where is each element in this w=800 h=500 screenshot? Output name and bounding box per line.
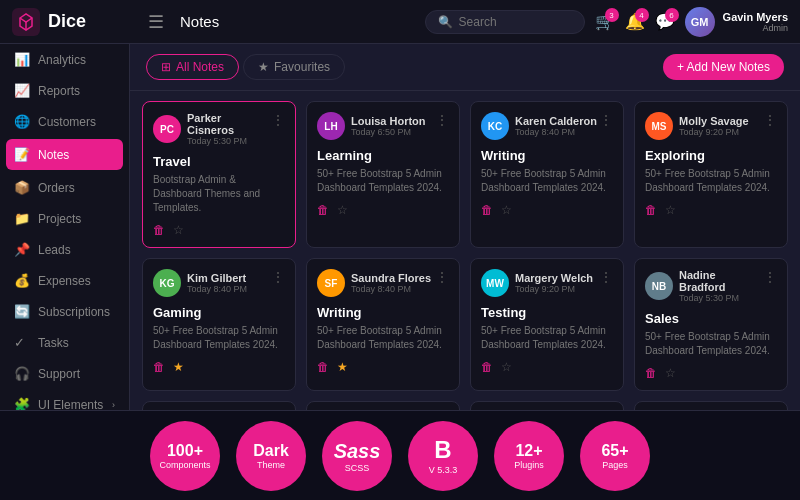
sidebar-item-expenses[interactable]: 💰 Expenses <box>0 265 129 296</box>
delete-button[interactable]: 🗑 <box>481 360 493 374</box>
card-user-name: Molly Savage <box>679 115 749 127</box>
banner-sass-label: Sass <box>334 439 381 463</box>
cart-button[interactable]: 🛒 3 <box>595 12 615 31</box>
note-card[interactable]: SF Saundra Flores Today 8:40 PM ⋮ Writin… <box>306 258 460 391</box>
add-new-note-button[interactable]: + Add New Notes <box>663 54 784 80</box>
analytics-icon: 📊 <box>14 52 30 67</box>
star-button[interactable]: ☆ <box>501 360 512 374</box>
chevron-right-icon: › <box>112 400 115 410</box>
card-actions: 🗑 ☆ <box>153 223 285 237</box>
delete-button[interactable]: 🗑 <box>153 223 165 237</box>
delete-button[interactable]: 🗑 <box>317 360 329 374</box>
card-user-info: Saundra Flores Today 8:40 PM <box>351 272 431 294</box>
logo-icon <box>12 8 40 36</box>
star-button[interactable]: ☆ <box>337 203 348 217</box>
delete-button[interactable]: 🗑 <box>317 203 329 217</box>
inbox-button[interactable]: 💬 6 <box>655 12 675 31</box>
card-title: Sales <box>645 311 777 326</box>
card-menu-button[interactable]: ⋮ <box>599 269 613 285</box>
avatar: LH <box>317 112 345 140</box>
notes-icon: 📝 <box>14 147 30 162</box>
sidebar-item-subscriptions[interactable]: 🔄 Subscriptions <box>0 296 129 327</box>
card-user-info: Molly Savage Today 9:20 PM <box>679 115 749 137</box>
avatar: MS <box>645 112 673 140</box>
sidebar-item-support[interactable]: 🎧 Support <box>0 358 129 389</box>
star-button[interactable]: ★ <box>173 360 184 374</box>
card-actions: 🗑 ★ <box>317 360 449 374</box>
card-menu-button[interactable]: ⋮ <box>763 112 777 128</box>
card-desc: 50+ Free Bootstrap 5 Admin Dashboard Tem… <box>481 167 613 195</box>
bottom-banner: 100+ComponentsDarkThemeSassSCSSBV 5.3.31… <box>0 410 800 500</box>
banner-sass-sub: SCSS <box>345 463 370 473</box>
banner-circle-small: Plugins <box>514 460 544 470</box>
delete-button[interactable]: 🗑 <box>481 203 493 217</box>
leads-icon: 📌 <box>14 242 30 257</box>
star-button[interactable]: ☆ <box>665 203 676 217</box>
star-button[interactable]: ☆ <box>665 366 676 380</box>
sidebar-item-orders[interactable]: 📦 Orders <box>0 172 129 203</box>
note-card[interactable]: PC Parker Cisneros Today 5:30 PM ⋮ Trave… <box>142 101 296 248</box>
search-input[interactable] <box>459 15 569 29</box>
sidebar-item-ui-elements[interactable]: 🧩 UI Elements › <box>0 389 129 410</box>
bell-button[interactable]: 🔔 4 <box>625 12 645 31</box>
star-button[interactable]: ☆ <box>173 223 184 237</box>
card-desc: 50+ Free Bootstrap 5 Admin Dashboard Tem… <box>153 324 285 352</box>
projects-icon: 📁 <box>14 211 30 226</box>
note-card[interactable]: KG Kim Gilbert Today 8:40 PM ⋮ Gaming 50… <box>142 258 296 391</box>
support-icon: 🎧 <box>14 366 30 381</box>
main-layout: 📊 Analytics 📈 Reports 🌐 Customers 📝 Note… <box>0 44 800 410</box>
sidebar-item-customers[interactable]: 🌐 Customers <box>0 106 129 137</box>
tab-all-notes[interactable]: ⊞ All Notes <box>146 54 239 80</box>
tab-favourites[interactable]: ★ Favourites <box>243 54 345 80</box>
delete-button[interactable]: 🗑 <box>645 203 657 217</box>
sidebar-item-notes[interactable]: 📝 Notes <box>6 139 123 170</box>
note-card[interactable]: KC Karen Calderon Today 8:40 PM ⋮ Writin… <box>470 101 624 248</box>
card-menu-button[interactable]: ⋮ <box>435 112 449 128</box>
delete-button[interactable]: 🗑 <box>153 360 165 374</box>
card-desc: 50+ Free Bootstrap 5 Admin Dashboard Tem… <box>645 330 777 358</box>
card-menu-button[interactable]: ⋮ <box>271 112 285 128</box>
card-menu-button[interactable]: ⋮ <box>599 112 613 128</box>
card-user: NB Nadine Bradford Today 5:30 PM <box>645 269 763 303</box>
app-name: Dice <box>48 11 86 32</box>
user-role: Admin <box>723 23 788 33</box>
tasks-icon: ✓ <box>14 335 30 350</box>
card-menu-button[interactable]: ⋮ <box>763 269 777 285</box>
card-title: Learning <box>317 148 449 163</box>
customers-icon: 🌐 <box>14 114 30 129</box>
banner-circle: SassSCSS <box>322 421 392 491</box>
card-header: LH Louisa Horton Today 6:50 PM ⋮ <box>317 112 449 140</box>
star-button[interactable]: ☆ <box>501 203 512 217</box>
card-time: Today 8:40 PM <box>351 284 431 294</box>
card-header: PC Parker Cisneros Today 5:30 PM ⋮ <box>153 112 285 146</box>
sidebar-item-tasks[interactable]: ✓ Tasks <box>0 327 129 358</box>
card-user-info: Margery Welch Today 9:20 PM <box>515 272 593 294</box>
card-user-name: Parker Cisneros <box>187 112 271 136</box>
card-title: Exploring <box>645 148 777 163</box>
note-card[interactable]: BG Beatriz Garrison Today 2:58 PM ⋮ Desi… <box>634 401 788 410</box>
card-menu-button[interactable]: ⋮ <box>271 269 285 285</box>
card-menu-button[interactable]: ⋮ <box>435 269 449 285</box>
banner-bootstrap-label: B <box>434 436 451 465</box>
note-card[interactable]: CA Clarice Archer Today 8:40 PM ⋮ Design… <box>142 401 296 410</box>
sidebar-item-projects[interactable]: 📁 Projects <box>0 203 129 234</box>
note-card[interactable]: RL Rosie Leon Today 8:40 PM ⋮ Marketing … <box>470 401 624 410</box>
note-card[interactable]: LH Louisa Horton Today 6:50 PM ⋮ Learnin… <box>306 101 460 248</box>
note-card[interactable]: NB Nadine Bradford Today 5:30 PM ⋮ Sales… <box>634 258 788 391</box>
user-info: Gavin Myers Admin <box>723 11 788 33</box>
sidebar-item-analytics[interactable]: 📊 Analytics <box>0 44 129 75</box>
note-card[interactable]: MW Margery Welch Today 9:20 PM ⋮ Testing… <box>470 258 624 391</box>
sidebar-item-reports[interactable]: 📈 Reports <box>0 75 129 106</box>
note-card[interactable]: MS Molly Savage Today 9:20 PM ⋮ Explorin… <box>634 101 788 248</box>
avatar: KC <box>481 112 509 140</box>
star-button[interactable]: ★ <box>337 360 348 374</box>
card-actions: 🗑 ☆ <box>481 203 613 217</box>
hamburger-button[interactable]: ☰ <box>142 7 170 37</box>
user-area[interactable]: GM Gavin Myers Admin <box>685 7 788 37</box>
card-time: Today 9:20 PM <box>515 284 593 294</box>
note-card[interactable]: TH Tracey Huynh Today 9:20 PM ⋮ Dev 🗑 ☆ <box>306 401 460 410</box>
avatar-initials: NB <box>645 272 673 300</box>
delete-button[interactable]: 🗑 <box>645 366 657 380</box>
card-header: MS Molly Savage Today 9:20 PM ⋮ <box>645 112 777 140</box>
sidebar-item-leads[interactable]: 📌 Leads <box>0 234 129 265</box>
